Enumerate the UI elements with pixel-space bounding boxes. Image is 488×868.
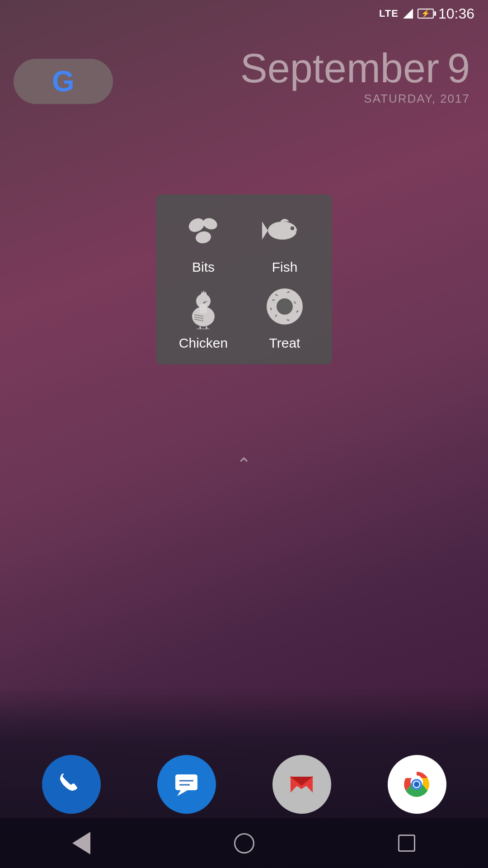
nav-bar — [0, 818, 488, 868]
home-icon — [234, 833, 254, 854]
treat-item[interactable]: Treat — [246, 284, 323, 351]
treat-icon-container — [262, 284, 307, 329]
nav-home-button[interactable] — [228, 827, 260, 859]
pet-grid: Bits — [165, 208, 323, 351]
date-day: 9 — [447, 45, 470, 92]
date-widget: September 9 SATURDAY, 2017 — [240, 45, 470, 106]
dock-chrome-icon[interactable] — [388, 755, 446, 814]
fish-item[interactable]: Fish — [246, 208, 323, 275]
svg-marker-0 — [403, 9, 413, 19]
google-search-widget[interactable]: G — [14, 59, 113, 104]
svg-point-24 — [277, 298, 293, 315]
chicken-item[interactable]: Chicken — [165, 284, 242, 351]
phone-icon — [56, 770, 86, 799]
fish-label: Fish — [272, 259, 298, 275]
treat-label: Treat — [269, 335, 300, 351]
svg-point-41 — [414, 782, 419, 787]
google-logo: G — [52, 65, 75, 98]
svg-point-3 — [195, 230, 212, 245]
dock-gmail-icon[interactable] — [272, 755, 331, 814]
chicken-icon — [181, 284, 226, 329]
svg-marker-34 — [177, 790, 188, 796]
back-icon — [72, 832, 90, 854]
chrome-icon — [402, 770, 432, 799]
sms-icon — [172, 770, 201, 799]
chicken-label: Chicken — [179, 335, 228, 351]
svg-marker-13 — [202, 290, 205, 294]
nav-back-button[interactable] — [66, 827, 97, 859]
svg-rect-33 — [175, 774, 197, 790]
battery-icon: ⚡ — [418, 9, 434, 19]
fish-icon-container — [262, 208, 307, 253]
kibble-icon — [181, 208, 226, 253]
chicken-icon-container — [181, 284, 226, 329]
svg-marker-5 — [262, 222, 268, 240]
svg-point-2 — [202, 216, 219, 231]
status-bar: LTE ⚡ 10:36 — [0, 0, 488, 27]
svg-point-11 — [196, 294, 211, 308]
nav-recents-button[interactable] — [391, 827, 422, 859]
up-arrow[interactable]: ⌃ — [236, 454, 252, 475]
pet-food-widget: Bits — [156, 194, 332, 364]
signal-icon — [403, 9, 413, 19]
donut-icon — [262, 284, 307, 329]
lte-icon: LTE — [379, 8, 399, 19]
date-month: September — [240, 45, 439, 92]
date-month-day: September 9 — [240, 45, 470, 92]
svg-point-4 — [268, 222, 297, 240]
date-weekday: SATURDAY, 2017 — [240, 92, 470, 106]
dock — [0, 755, 488, 814]
recents-icon — [398, 835, 415, 852]
dock-sms-icon[interactable] — [157, 755, 216, 814]
status-icons: LTE ⚡ 10:36 — [379, 5, 474, 22]
clock: 10:36 — [438, 5, 474, 22]
dock-phone-icon[interactable] — [42, 755, 101, 814]
bits-item[interactable]: Bits — [165, 208, 242, 275]
bits-icon-container — [181, 208, 226, 253]
fish-icon — [262, 208, 307, 253]
gmail-icon — [287, 770, 316, 799]
bits-label: Bits — [192, 259, 215, 275]
